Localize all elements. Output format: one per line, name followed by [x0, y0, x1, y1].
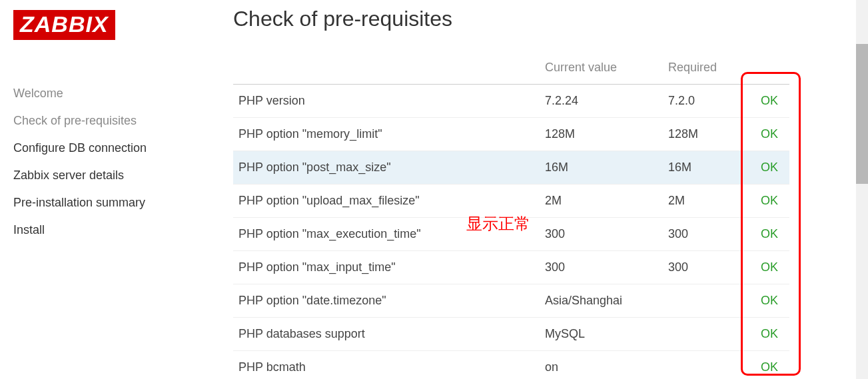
cell-status: OK — [749, 351, 789, 378]
cell-required — [663, 284, 749, 318]
cell-status: OK — [749, 85, 789, 118]
cell-name: PHP option "memory_limit" — [233, 118, 540, 151]
cell-current-value: 16M — [540, 151, 663, 185]
sidebar: ZABBIX WelcomeCheck of pre-requisitesCon… — [0, 0, 220, 379]
cell-name: PHP databases support — [233, 318, 540, 351]
table-row: PHP option "date.timezone"Asia/ShanghaiO… — [233, 284, 789, 318]
table-row: PHP option "upload_max_filesize"2M2MOK — [233, 185, 789, 218]
cell-required: 300 — [663, 218, 749, 251]
header-required: Required — [663, 51, 749, 85]
table-row: PHP option "max_execution_time"300300OK — [233, 218, 789, 251]
sidebar-item-zabbix-server-details[interactable]: Zabbix server details — [13, 162, 220, 189]
cell-current-value: MySQL — [540, 318, 663, 351]
cell-required: 16M — [663, 151, 749, 185]
requisites-table-wrap[interactable]: Current value Required PHP version7.2.24… — [233, 51, 809, 378]
cell-required — [663, 351, 749, 378]
sidebar-item-welcome[interactable]: Welcome — [13, 80, 220, 107]
step-nav: WelcomeCheck of pre-requisitesConfigure … — [13, 80, 220, 244]
cell-name: PHP option "max_execution_time" — [233, 218, 540, 251]
requisites-table: Current value Required PHP version7.2.24… — [233, 51, 789, 378]
cell-name: PHP bcmath — [233, 351, 540, 378]
table-row: PHP databases supportMySQLOK — [233, 318, 789, 351]
sidebar-item-pre-installation-summary[interactable]: Pre-installation summary — [13, 189, 220, 216]
cell-status: OK — [749, 284, 789, 318]
cell-required: 2M — [663, 185, 749, 218]
cell-required: 128M — [663, 118, 749, 151]
cell-current-value: on — [540, 351, 663, 378]
table-row: PHP bcmathonOK — [233, 351, 789, 378]
brand-logo: ZABBIX — [13, 10, 115, 40]
table-row: PHP option "post_max_size"16M16MOK — [233, 151, 789, 185]
cell-current-value: 300 — [540, 218, 663, 251]
main-content: Check of pre-requisites Current value Re… — [220, 0, 868, 379]
cell-status: OK — [749, 118, 789, 151]
cell-name: PHP option "upload_max_filesize" — [233, 185, 540, 218]
sidebar-item-install[interactable]: Install — [13, 216, 220, 244]
table-row: PHP option "max_input_time"300300OK — [233, 251, 789, 284]
table-row: PHP version7.2.247.2.0OK — [233, 85, 789, 118]
sidebar-item-check-of-pre-requisites[interactable]: Check of pre-requisites — [13, 107, 220, 135]
cell-name: PHP option "date.timezone" — [233, 284, 540, 318]
cell-status: OK — [749, 318, 789, 351]
page-scrollbar-thumb[interactable] — [856, 44, 868, 184]
cell-required: 7.2.0 — [663, 85, 749, 118]
cell-name: PHP option "post_max_size" — [233, 151, 540, 185]
cell-required: 300 — [663, 251, 749, 284]
cell-current-value: Asia/Shanghai — [540, 284, 663, 318]
cell-status: OK — [749, 251, 789, 284]
cell-status: OK — [749, 185, 789, 218]
page-title: Check of pre-requisites — [233, 7, 868, 31]
cell-current-value: 128M — [540, 118, 663, 151]
cell-status: OK — [749, 218, 789, 251]
cell-current-value: 7.2.24 — [540, 85, 663, 118]
cell-name: PHP option "max_input_time" — [233, 251, 540, 284]
cell-current-value: 2M — [540, 185, 663, 218]
header-current-value: Current value — [540, 51, 663, 85]
cell-current-value: 300 — [540, 251, 663, 284]
cell-required — [663, 318, 749, 351]
table-row: PHP option "memory_limit"128M128MOK — [233, 118, 789, 151]
sidebar-item-configure-db-connection[interactable]: Configure DB connection — [13, 135, 220, 162]
cell-name: PHP version — [233, 85, 540, 118]
header-name — [233, 51, 540, 85]
header-status — [749, 51, 789, 85]
cell-status: OK — [749, 151, 789, 185]
